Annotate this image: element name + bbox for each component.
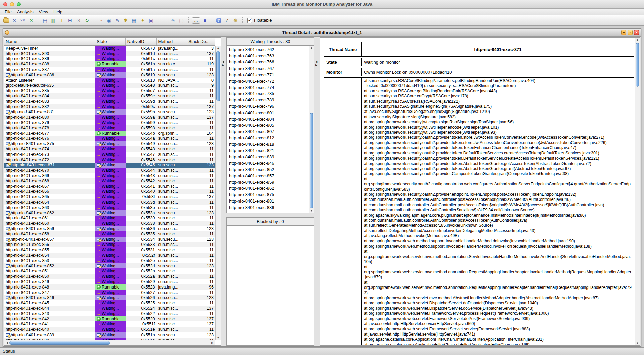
table-row[interactable]: http-nio-8401-exec-880→Waiting...0x559as…	[4, 115, 215, 120]
divider-collapse-right-icon[interactable]: ▶	[222, 64, 224, 67]
table-row[interactable]: http-nio-8401-exec-862Waiting...0x553asu…	[4, 210, 215, 216]
chart-icon[interactable]: ▦	[131, 17, 138, 24]
table-row[interactable]: http-nio-8401-exec-886Waiting...0x5619su…	[4, 72, 215, 78]
edit-check-icon[interactable]: ✓	[224, 17, 230, 24]
monitor-detail-icon[interactable]: ◉	[106, 17, 112, 24]
more-button[interactable]: …	[192, 17, 200, 24]
table-row[interactable]: Attach Listener→Waiting...0x5613NO JAVA.…	[4, 78, 215, 83]
table-row[interactable]: http-nio-8401-exec-846Waiting...0x5526su…	[4, 295, 215, 300]
waiting-thread-item[interactable]: http-nio-8401-exec-785	[227, 91, 309, 97]
table-row[interactable]: http-nio-8401-exec-863→Waiting...0x553bs…	[4, 205, 215, 210]
floatable-checkbox[interactable]: ✓	[247, 18, 252, 23]
table-hscroll-thumb[interactable]	[9, 341, 110, 345]
fill-square-icon[interactable]: ■	[202, 17, 208, 24]
table-row[interactable]: http-nio-8401-exec-881Waiting...0x559bsu…	[4, 109, 215, 115]
frame-titlebar[interactable]: Thread Detail : auththreaddump4.txt_1 – …	[3, 29, 641, 37]
table-horizontal-scrollbar[interactable]: ◀ ▶	[4, 340, 215, 345]
waiting-thread-item[interactable]: http-nio-8401-exec-821	[227, 147, 309, 154]
menu-view[interactable]: View	[36, 9, 51, 14]
table-row[interactable]: Keep-Alive-Timer→Waiting...0x5673java.la…	[4, 46, 215, 51]
frame-close-button[interactable]: ✕	[634, 30, 639, 35]
table-row[interactable]: http-nio-8401-exec-876→Waiting...0x554as…	[4, 136, 215, 141]
scroll-down-icon[interactable]: ▼	[309, 209, 314, 212]
waiting-thread-item[interactable]: http-nio-8401-exec-862	[227, 185, 309, 192]
table-row[interactable]: http-nio-8401-exec-864→Waiting...0x553ds…	[4, 199, 215, 205]
table-row[interactable]: http-nio-8401-exec-865→Waiting...0x553fs…	[4, 194, 215, 199]
table-row[interactable]: http-nio-8401-exec-839Waiting...0x551bsu…	[4, 332, 215, 338]
column-header-method[interactable]: Method	[157, 38, 187, 45]
table-row[interactable]: http-nio-8401-exec-847→Waiting...0x5527s…	[4, 290, 215, 295]
column-header-name[interactable]: Name	[4, 38, 95, 45]
thread-list-icon[interactable]: ▤	[42, 17, 48, 24]
preferences-gear-icon[interactable]: ❋	[232, 17, 239, 24]
waiting-thread-item[interactable]: http-nio-8401-exec-774	[227, 84, 309, 91]
copy-pages-icon[interactable]: ▣	[148, 17, 154, 24]
table-row[interactable]: http-nio-8401-exec-883→Waiting...0x559ds…	[4, 99, 215, 104]
new-view-icon[interactable]: ▢	[178, 17, 185, 24]
waiting-thread-item[interactable]: http-nio-8401-exec-846	[227, 160, 309, 166]
table-row[interactable]: http-nio-8401-exec-841→Waiting...0x551fs…	[4, 321, 215, 327]
table-row[interactable]: http-nio-8401-exec-889→Waiting...0x561cs…	[4, 56, 215, 62]
waiting-thread-item[interactable]: http-nio-8401-exec-771	[227, 72, 309, 78]
waiting-thread-item[interactable]: http-nio-8401-exec-852	[227, 166, 309, 173]
table-row[interactable]: http-nio-8401-exec-878→Waiting...0x5598s…	[4, 125, 215, 131]
waiting-list-scroll-thumb[interactable]	[310, 113, 313, 208]
pen-icon[interactable]: ✎	[114, 17, 121, 24]
detail-scroll-thumb[interactable]	[636, 43, 639, 87]
table-row[interactable]: http-nio-8401-exec-859Waiting...0x5536su…	[4, 226, 215, 231]
waiting-thread-item[interactable]: http-nio-8401-exec-812	[227, 135, 309, 141]
table-row[interactable]: http-nio-8401-exec-856→Waiting...0x5533s…	[4, 242, 215, 247]
table-row[interactable]: http-nio-8401-exec-857Waiting...0x5534su…	[4, 237, 215, 242]
table-row[interactable]: http-nio-8401-exec-854→Waiting...0x552fs…	[4, 253, 215, 258]
table-row[interactable]: http-nio-8401-exec-840→Waiting...0x551es…	[4, 327, 215, 332]
key-icon[interactable]: ✦	[139, 17, 146, 24]
help-icon[interactable]: ?	[215, 17, 222, 24]
scroll-down-icon[interactable]: ▼	[216, 336, 221, 339]
table-row[interactable]: http-nio-8401-exec-888Runnable0x561bsun.…	[4, 61, 215, 67]
scroll-right-icon[interactable]: ▶	[210, 341, 215, 344]
table-row[interactable]: http-nio-8401-exec-885→Waiting...0x55d7s…	[4, 88, 215, 93]
compare-threads-icon[interactable]: ☰	[161, 17, 168, 24]
column-header-stackde[interactable]: Stack De...	[186, 38, 215, 45]
clock-icon[interactable]: ◔	[97, 17, 104, 24]
table-vscroll-thumb[interactable]	[216, 51, 220, 101]
waiting-thread-item[interactable]: http-nio-8401-exec-772	[227, 78, 309, 84]
table-row[interactable]: http-nio-8401-exec-842Runnable0x5520sun.…	[4, 316, 215, 322]
table-row[interactable]: http-nio-8401-exec-867→Waiting...0x5541s…	[4, 184, 215, 189]
waiting-thread-item[interactable]: http-nio-8401-exec-859	[227, 179, 309, 185]
compare-monitors-icon[interactable]: ✳	[170, 17, 176, 24]
table-row[interactable]: http-nio-8401-exec-879→Waiting...0x5599s…	[4, 120, 215, 125]
table-row[interactable]: http-nio-8401-exec-882→Waiting...0x559cs…	[4, 104, 215, 109]
waiting-thread-item[interactable]: http-nio-8401-exec-807	[227, 128, 309, 135]
waiting-thread-item[interactable]: http-nio-8401-exec-796	[227, 103, 309, 109]
table-row[interactable]: http-nio-8401-exec-853→Waiting...0x552es…	[4, 258, 215, 263]
waiting-thread-item[interactable]: http-nio-8401-exec-789	[227, 97, 309, 103]
menu-help[interactable]: Help	[51, 9, 65, 14]
split-divider-right[interactable]: ◀ ▶	[315, 37, 319, 346]
open-folder-icon[interactable]	[3, 17, 9, 24]
gear-icon[interactable]: ✱	[122, 17, 129, 24]
table-vertical-scrollbar[interactable]: ▲ ▼	[215, 46, 221, 340]
divider-collapse-left-icon[interactable]: ◀	[222, 61, 224, 63]
divider-collapse-right-icon[interactable]: ▶	[315, 64, 317, 67]
table-row[interactable]: http-nio-8401-exec-872→Waiting...0x5546s…	[4, 157, 215, 163]
hang-detect-icon[interactable]: ⊤	[58, 17, 65, 24]
scroll-down-icon[interactable]: ▼	[635, 342, 640, 345]
table-row[interactable]: http-nio-8401-exec-850→Waiting...0x552as…	[4, 274, 215, 279]
table-row[interactable]: http-nio-8401-exec-884→Waiting...0x559es…	[4, 93, 215, 99]
waiting-thread-item[interactable]: http-nio-8401-exec-763	[227, 53, 309, 59]
waiting-thread-item[interactable]: http-nio-8401-exec-886	[227, 204, 309, 211]
table-row[interactable]: http-nio-8401-exec-848Runnable0x5528java…	[4, 284, 215, 290]
table-row[interactable]: http-nio-8401-exec-866→Waiting...0x5540s…	[4, 189, 215, 194]
menu-analysis[interactable]: Analysis	[14, 9, 36, 14]
table-row[interactable]: http-nio-8401-exec-874→Waiting...0x5548s…	[4, 146, 215, 152]
waiting-thread-item[interactable]: http-nio-8401-exec-804	[227, 116, 309, 122]
table-row[interactable]: http-nio-8401-exec-870→Waiting...0x5544s…	[4, 168, 215, 173]
scroll-up-icon[interactable]: ▲	[216, 46, 221, 49]
waiting-thread-item[interactable]: http-nio-8401-exec-875	[227, 191, 309, 198]
detail-scrollbar[interactable]: ▲ ▼	[635, 38, 640, 345]
table-row[interactable]: http-nio-8401-exec-875Waiting...0x5549su…	[4, 141, 215, 146]
exit-icon[interactable]: ✕	[28, 17, 35, 24]
table-row[interactable]: http-nio-8401-exec-869→Waiting...0x5543s…	[4, 173, 215, 178]
table-row[interactable]: http-nio-8401-exec-849→Waiting...0x5529s…	[4, 279, 215, 284]
